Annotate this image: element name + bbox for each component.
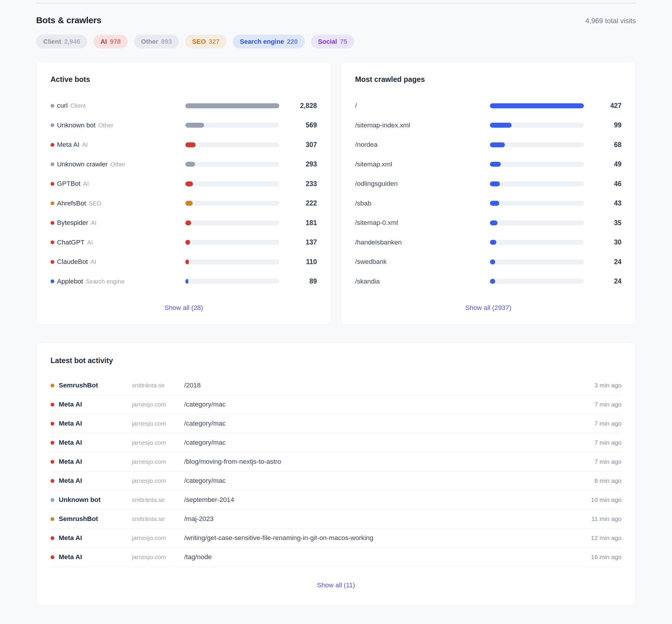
activity-bot: Meta AI <box>51 401 132 408</box>
activity-bot-name: SemrushBot <box>59 515 98 523</box>
crawled-page-row: / 427 <box>355 96 621 115</box>
filter-pill-count: 327 <box>209 38 220 46</box>
active-bots-show-all-link[interactable]: Show all (28) <box>165 304 203 311</box>
bot-category-dot <box>51 422 54 425</box>
bot-category-dot <box>51 517 54 521</box>
activity-time: 3 min ago <box>595 382 621 389</box>
page-crawl-count: 46 <box>584 180 621 188</box>
page-bar-track <box>490 162 584 167</box>
active-bot-row: Unknown bot Other 569 <box>51 115 317 135</box>
bot-bar-fill <box>185 201 193 206</box>
activity-site: jarnesjo.com <box>132 535 184 542</box>
activity-bot-name: Meta AI <box>59 420 82 427</box>
crawled-page-row: /handelsbanken 30 <box>355 233 621 253</box>
activity-bot-name: Meta AI <box>59 401 82 408</box>
filter-pill-count: 75 <box>340 38 347 46</box>
page-bar-track <box>490 201 584 206</box>
activity-bot-name: Meta AI <box>59 534 82 542</box>
activity-path: /blog/moving-from-nextjs-to-astro <box>184 458 588 466</box>
activity-time: 12 min ago <box>591 535 621 542</box>
page-path: /sitemap-0.xml <box>355 219 398 227</box>
activity-site: snittränta.se <box>132 496 184 503</box>
active-bots-card: Active bots curl Client 2,828 <box>36 61 331 325</box>
crawled-page-row: /sbab 43 <box>355 194 621 213</box>
activity-row: Meta AI jarnesjo.com /category/mac 7 min… <box>51 433 621 452</box>
page-label: /swedbank <box>355 258 490 266</box>
activity-bot-name: SemrushBot <box>59 382 98 389</box>
activity-time: 11 min ago <box>592 515 621 522</box>
filter-pill[interactable]: Social 75 <box>311 35 354 48</box>
active-bots-title: Active bots <box>51 75 317 84</box>
page-bar-fill <box>490 181 500 186</box>
page-title: Bots & crawlers <box>36 15 101 25</box>
activity-time: 7 min ago <box>595 439 621 446</box>
bot-category-dot <box>51 123 54 127</box>
page-bar-track <box>490 240 584 245</box>
filter-pill[interactable]: Search engine 220 <box>233 35 305 48</box>
bot-label: ChatGPT AI <box>51 239 185 246</box>
filter-pill-count: 220 <box>287 38 298 46</box>
page-crawl-count: 35 <box>584 219 621 227</box>
page-bar-track <box>490 103 584 108</box>
latest-activity-show-all-link[interactable]: Show all (11) <box>317 581 355 589</box>
bot-bar-fill <box>185 240 190 245</box>
activity-row: Meta AI jarnesjo.com /blog/moving-from-n… <box>51 452 621 471</box>
activity-path: /tag/node <box>184 553 584 561</box>
active-bots-list: curl Client 2,828 Unknown bot Other <box>51 96 317 291</box>
activity-row: Meta AI jarnesjo.com /tag/node 16 min ag… <box>51 548 621 567</box>
activity-path: /2018 <box>184 382 588 389</box>
filter-pill-count: 978 <box>110 38 121 46</box>
activity-row: Unknown bot snittränta.se /september-201… <box>51 490 621 510</box>
activity-row: Meta AI jarnesjo.com /category/mac 8 min… <box>51 471 621 490</box>
bot-visit-count: 293 <box>279 160 317 168</box>
bots-crawlers-section: Bots & crawlers 4,969 total visits Clien… <box>0 3 672 615</box>
page-path: /nordea <box>355 141 377 149</box>
page-crawl-count: 24 <box>584 277 621 285</box>
activity-time: 7 min ago <box>595 401 621 408</box>
bot-category: AI <box>83 180 89 187</box>
bot-bar-track <box>185 201 279 206</box>
category-filter-pills: Client 2,946 AI 978 Other 893 SEO 327 Se… <box>36 35 636 48</box>
crawled-page-row: /sitemap-index.xml 99 <box>355 115 621 135</box>
filter-pill-label: Social <box>318 38 337 46</box>
filter-pill-label: Other <box>141 38 158 46</box>
activity-site: jarnesjo.com <box>132 477 184 484</box>
bot-name: ChatGPT <box>57 239 84 246</box>
page-label: /sitemap-0.xml <box>355 219 490 227</box>
page-label: /sitemap.xml <box>355 160 490 168</box>
activity-bot: Meta AI <box>51 439 132 446</box>
bot-category: Client <box>70 102 85 109</box>
filter-pill[interactable]: SEO 327 <box>185 35 226 48</box>
page-crawl-count: 30 <box>584 238 621 246</box>
page-label: /sitemap-index.xml <box>355 122 490 129</box>
bot-category-dot <box>51 280 54 283</box>
bot-category-dot <box>51 221 54 225</box>
page-bar-track <box>490 142 584 147</box>
bot-visit-count: 110 <box>279 258 317 266</box>
crawled-page-row: /skandia 24 <box>355 272 621 291</box>
bot-visit-count: 233 <box>279 180 317 188</box>
page-bar-track <box>490 220 584 226</box>
page-label: /odlingsguiden <box>355 180 490 187</box>
activity-path: /september-2014 <box>184 496 584 504</box>
activity-bot: Meta AI <box>51 534 132 542</box>
bot-visit-count: 137 <box>279 238 317 246</box>
filter-pill[interactable]: Other 893 <box>134 35 179 48</box>
bot-category-dot <box>51 162 54 166</box>
filter-pill[interactable]: Client 2,946 <box>36 35 87 48</box>
crawled-page-row: /odlingsguiden 46 <box>355 174 621 194</box>
page-bar-track <box>490 123 584 128</box>
activity-bot-name: Unknown bot <box>59 496 100 504</box>
activity-path: /maj-2023 <box>184 515 584 523</box>
filter-pill[interactable]: AI 978 <box>93 35 128 48</box>
page-bar-fill <box>490 259 495 264</box>
bot-visit-count: 2,828 <box>279 102 317 110</box>
bot-name: ClaudeBot <box>57 258 88 266</box>
activity-bot: SemrushBot <box>51 515 132 523</box>
most-crawled-show-all-link[interactable]: Show all (2937) <box>465 304 511 311</box>
bot-category-dot <box>51 460 54 464</box>
activity-row: SemrushBot snittränta.se /2018 3 min ago <box>51 376 621 395</box>
latest-activity-footer: Show all (11) <box>51 581 621 589</box>
active-bot-row: Meta AI AI 307 <box>51 135 317 155</box>
activity-site: jarnesjo.com <box>132 439 184 446</box>
